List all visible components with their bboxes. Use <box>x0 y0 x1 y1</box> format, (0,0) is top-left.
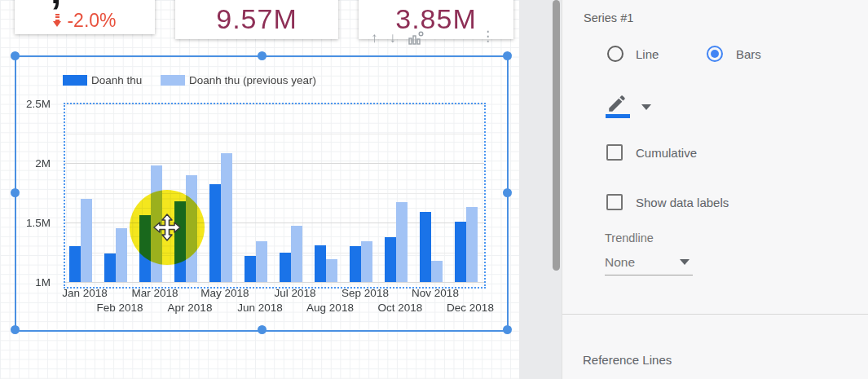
bar-previous-year <box>396 202 408 282</box>
scorecard-title: Doanh thu Online <box>359 0 513 2</box>
change-row: -2.0% <box>15 10 155 32</box>
selection-handle-top-left[interactable] <box>11 51 20 60</box>
legend-label: Doanh thu (previous year) <box>189 74 316 86</box>
cumulative-checkbox[interactable] <box>606 144 623 161</box>
scorecard-value-fragment: , <box>51 0 61 10</box>
selection-handle-left-mid[interactable] <box>11 188 20 197</box>
bar-previous-year <box>291 226 302 282</box>
radio-bars-label[interactable]: Bars <box>736 47 761 61</box>
color-dropdown-caret-icon[interactable] <box>641 104 651 110</box>
selection-handle-bottom-left[interactable] <box>11 325 20 334</box>
x-tick-label: Jun 2018 <box>225 302 295 314</box>
bar-doanh-thu <box>280 253 291 283</box>
radio-line-label[interactable]: Line <box>636 47 659 61</box>
scorecard-value: 9.57M <box>175 3 338 35</box>
bar-previous-year <box>256 241 267 282</box>
cumulative-label[interactable]: Cumulative <box>636 146 697 160</box>
x-tick-label: Oct 2018 <box>365 302 435 314</box>
x-tick-label: Aug 2018 <box>295 302 365 314</box>
y-tick-label: 1.5M <box>13 217 51 229</box>
bar-doanh-thu <box>104 253 116 282</box>
selection-handle-top-right[interactable] <box>503 51 512 60</box>
x-tick-label: Sep 2018 <box>330 287 400 299</box>
trendline-label: Trendline <box>605 231 654 245</box>
x-tick-label: Apr 2018 <box>155 302 225 314</box>
legend-label: Doanh thu <box>91 74 142 86</box>
bar-doanh-thu <box>209 184 221 282</box>
selection-handle-bottom-mid[interactable] <box>258 325 267 334</box>
x-tick-label: Feb 2018 <box>85 302 155 314</box>
bar-previous-year <box>361 241 372 282</box>
reference-lines-title: Reference Lines <box>583 353 672 367</box>
sort-down-icon[interactable]: ↓ <box>390 30 397 46</box>
bar-previous-year <box>81 199 92 282</box>
legend-swatch-doanh-thu <box>63 75 87 86</box>
selection-handle-bottom-right[interactable] <box>503 325 512 334</box>
show-data-labels-checkbox[interactable] <box>606 194 623 210</box>
chart-options-icon[interactable] <box>408 31 424 46</box>
x-tick-label: Jan 2018 <box>50 287 120 299</box>
scorecard-doanh-thu-store[interactable]: Doanh thu Store 9.57M <box>175 0 338 39</box>
panel-divider <box>562 314 868 315</box>
scorecard-change[interactable]: , -2.0% <box>15 0 155 34</box>
y-tick-label: 2M <box>13 157 51 170</box>
x-tick-label: Dec 2018 <box>435 302 505 314</box>
trendline-select[interactable]: None <box>605 255 635 270</box>
bar-doanh-thu <box>69 246 81 282</box>
bar-doanh-thu <box>385 237 396 282</box>
x-tick-label: Nov 2018 <box>400 287 470 299</box>
bar-doanh-thu <box>245 256 256 282</box>
move-cursor-icon <box>151 211 183 244</box>
design-canvas[interactable]: , -2.0% Doanh thu Store 9.57M Doanh thu … <box>0 0 519 379</box>
series-color-swatch[interactable] <box>606 114 630 118</box>
vertical-scrollbar[interactable] <box>553 0 560 271</box>
x-tick-label: Mar 2018 <box>120 287 190 299</box>
more-options-icon[interactable]: ⋮ <box>481 29 495 43</box>
scorecard-toolbar: ↑ ↓ <box>371 30 424 46</box>
series-section-title: Series #1 <box>584 11 633 24</box>
trendline-caret-icon[interactable] <box>680 259 690 265</box>
bar-doanh-thu <box>420 212 431 282</box>
y-tick-label: 1M <box>13 276 51 289</box>
down-arrow-icon <box>53 14 62 28</box>
bar-previous-year <box>466 207 478 282</box>
x-tick-label: May 2018 <box>190 287 260 299</box>
selection-handle-top-mid[interactable] <box>258 51 267 60</box>
radio-line[interactable] <box>607 46 623 62</box>
scorecard-title: Doanh thu Store <box>175 0 338 2</box>
sort-up-icon[interactable]: ↑ <box>371 30 378 46</box>
bar-doanh-thu <box>315 245 326 282</box>
radio-bars[interactable] <box>707 46 723 62</box>
bar-previous-year <box>116 228 127 282</box>
bar-doanh-thu <box>350 246 361 282</box>
selection-handle-right-mid[interactable] <box>503 188 512 197</box>
x-tick-label: Jul 2018 <box>260 287 330 299</box>
series-color-pencil-icon[interactable] <box>606 93 628 114</box>
trendline-underline <box>605 275 693 275</box>
bar-previous-year <box>221 153 232 282</box>
change-value: -2.0% <box>67 10 116 32</box>
bar-doanh-thu <box>455 222 466 282</box>
bar-previous-year <box>326 259 337 282</box>
show-data-labels-label[interactable]: Show data labels <box>636 196 729 209</box>
bar-previous-year <box>431 261 443 282</box>
y-tick-label: 2.5M <box>13 98 51 110</box>
legend-swatch-previous-year <box>161 75 185 86</box>
